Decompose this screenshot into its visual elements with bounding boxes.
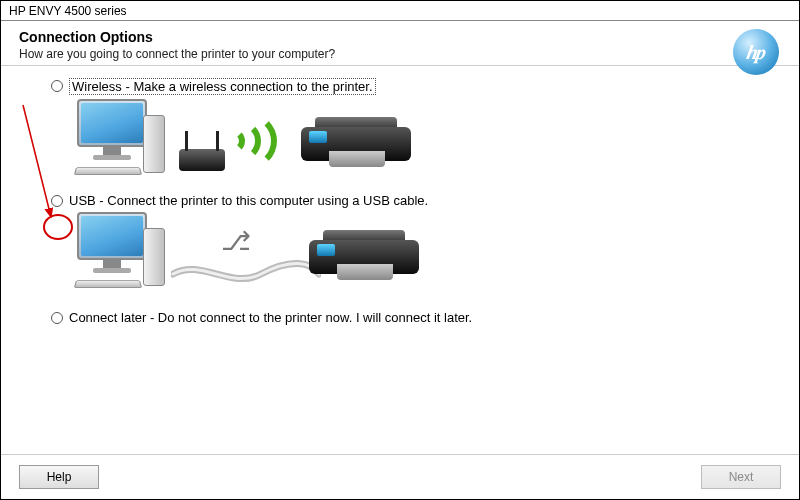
option-usb-label: USB - Connect the printer to this comput… — [69, 193, 428, 208]
wizard-header: Connection Options How are you going to … — [1, 21, 799, 66]
printer-icon — [309, 230, 419, 286]
option-wireless-label: Wireless - Make a wireless connection to… — [69, 78, 376, 95]
illustration-wireless — [71, 99, 769, 187]
option-connect-later[interactable]: Connect later - Do not connect to the pr… — [51, 310, 769, 325]
page-subtitle: How are you going to connect the printer… — [19, 47, 781, 61]
option-wireless[interactable]: Wireless - Make a wireless connection to… — [51, 78, 769, 95]
window-titlebar: HP ENVY 4500 series — [1, 1, 799, 21]
hp-logo-text: hp — [745, 41, 766, 64]
radio-wireless[interactable] — [51, 80, 63, 92]
help-button[interactable]: Help — [19, 465, 99, 489]
page-title: Connection Options — [19, 29, 781, 45]
usb-symbol-icon: ⎇ — [221, 226, 251, 257]
illustration-usb: ⎇ — [71, 212, 769, 300]
computer-icon — [71, 99, 171, 179]
radio-usb[interactable] — [51, 195, 63, 207]
wifi-signal-icon — [221, 111, 291, 171]
options-panel: Wireless - Make a wireless connection to… — [1, 66, 799, 325]
option-usb[interactable]: USB - Connect the printer to this comput… — [51, 193, 769, 208]
next-button[interactable]: Next — [701, 465, 781, 489]
router-icon — [179, 149, 225, 171]
wizard-footer: Help Next — [1, 454, 799, 499]
computer-icon — [71, 212, 171, 292]
usb-cable-icon — [171, 256, 321, 296]
option-connect-later-label: Connect later - Do not connect to the pr… — [69, 310, 472, 325]
printer-icon — [301, 117, 411, 173]
window-title: HP ENVY 4500 series — [9, 4, 127, 18]
radio-connect-later[interactable] — [51, 312, 63, 324]
